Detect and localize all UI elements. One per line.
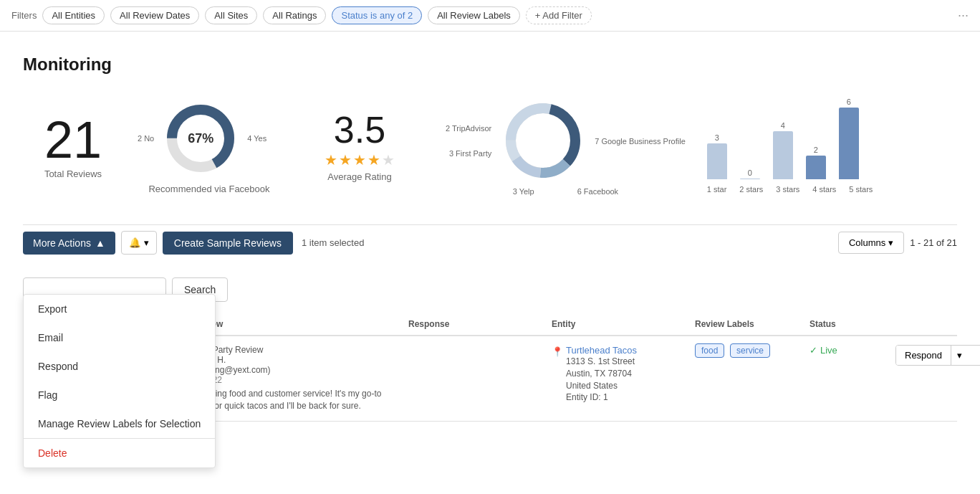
- dropdown-item-email[interactable]: Email: [24, 323, 215, 352]
- firstparty-legend: 3 First Party: [446, 148, 491, 161]
- row-action-cell: Respond ▾: [890, 345, 980, 366]
- col-labels[interactable]: Review Labels: [689, 319, 804, 329]
- label-service[interactable]: service: [730, 343, 770, 358]
- bar-chart-section: 3 0 4 2: [707, 100, 908, 194]
- create-sample-reviews-button[interactable]: Create Sample Reviews: [163, 232, 293, 255]
- avg-rating-number: 3.5: [302, 111, 417, 148]
- checkmark-icon: ✓: [810, 345, 817, 356]
- facebook-no-label: 2 No: [138, 134, 154, 143]
- review-date: 3/21/22: [193, 375, 397, 385]
- chevron-down-icon: ▾: [144, 237, 149, 248]
- total-reviews-number: 21: [23, 114, 123, 166]
- col-action: [890, 319, 980, 329]
- bar-label-1: 1 star: [707, 185, 727, 194]
- filter-chip-dates[interactable]: All Review Dates: [110, 6, 199, 24]
- action-bar: More Actions ▲ 🔔 ▾ Create Sample Reviews…: [23, 224, 957, 260]
- facebook-donut-label: Recommended via Facebook: [138, 184, 281, 194]
- fb-legend: 6 Facebook: [577, 187, 618, 196]
- bar-5star: 6: [839, 98, 859, 179]
- dropdown-item-flag[interactable]: Flag: [24, 381, 215, 409]
- stats-row: 21 Total Reviews 2 No 67%: [23, 98, 957, 196]
- row-review-cell: First Party Review Kristy H. (khuang@yex…: [188, 345, 403, 412]
- more-actions-dropdown: Export Email Respond Flag Manage Review …: [23, 294, 216, 433]
- respond-btn-group: Respond ▾: [895, 345, 980, 366]
- pagination-label: 1 - 21 of 21: [910, 237, 957, 248]
- bar-3star: 4: [773, 121, 793, 179]
- review-author: Kristy H.: [193, 355, 397, 365]
- notification-button[interactable]: 🔔 ▾: [121, 231, 157, 255]
- entity-address: 1313 S. 1st StreetAustin, TX 78704United…: [566, 356, 637, 391]
- chevron-up-icon: ▲: [95, 237, 105, 249]
- facebook-percentage: 67%: [188, 131, 213, 146]
- bar-label-4: 4 stars: [812, 185, 836, 194]
- bell-icon: 🔔: [129, 237, 141, 248]
- star-3: ★: [353, 151, 366, 168]
- row-labels-cell: food service: [689, 345, 804, 356]
- total-reviews-label: Total Reviews: [23, 168, 123, 179]
- status-live: ✓ Live: [810, 345, 884, 356]
- filter-bar: Filters All Entities All Review Dates Al…: [0, 0, 980, 32]
- total-reviews-stat: 21 Total Reviews: [23, 114, 123, 179]
- google-legend: 7 Google Business Profile: [595, 136, 686, 148]
- filter-chip-sites[interactable]: All Sites: [205, 6, 257, 24]
- review-body: Amazing food and customer service! It's …: [193, 388, 397, 412]
- entity-id: Entity ID: 1: [566, 391, 637, 404]
- star-5: ★: [382, 151, 395, 168]
- row-status-cell: ✓ Live: [804, 345, 890, 356]
- facebook-donut: 67%: [161, 99, 240, 178]
- filter-chip-entities[interactable]: All Entities: [42, 6, 105, 24]
- label-food[interactable]: food: [695, 343, 724, 358]
- avg-rating-label: Average Rating: [302, 171, 417, 182]
- columns-button[interactable]: Columns ▾: [838, 232, 904, 254]
- col-status[interactable]: Status: [804, 319, 890, 329]
- bar-label-2: 2 stars: [739, 185, 763, 194]
- platform-donut-section: 2 TripAdvisor 3 First Party: [446, 98, 686, 196]
- dropdown-item-manage-labels[interactable]: Manage Review Labels for Selection: [24, 409, 215, 433]
- tripadvisor-legend: 2 TripAdvisor: [446, 123, 491, 136]
- filter-chip-ratings[interactable]: All Ratings: [263, 6, 326, 24]
- entity-name-link[interactable]: Turtlehead Tacos: [566, 345, 637, 356]
- avg-rating-section: 3.5 ★ ★ ★ ★ ★ Average Rating: [302, 111, 417, 182]
- bar-label-3: 3 stars: [776, 185, 799, 194]
- filter-label: Filters: [11, 10, 37, 21]
- bar-1star: 3: [707, 133, 727, 179]
- yelp-legend: 3 Yelp: [513, 187, 534, 196]
- selected-count-label: 1 item selected: [302, 237, 364, 248]
- chevron-down-icon: ▾: [888, 237, 893, 248]
- page-title: Monitoring: [23, 54, 957, 75]
- filter-chip-status[interactable]: Status is any of 2: [332, 6, 422, 24]
- bar-4star: 2: [806, 146, 826, 179]
- col-response[interactable]: Response: [403, 319, 546, 329]
- bar-label-5: 5 stars: [849, 185, 873, 194]
- respond-button[interactable]: Respond: [896, 346, 951, 365]
- review-type: First Party Review: [193, 345, 397, 355]
- star-4: ★: [368, 151, 380, 168]
- more-actions-button[interactable]: More Actions ▲: [23, 232, 115, 255]
- add-filter-button[interactable]: + Add Filter: [526, 6, 592, 24]
- location-icon: 📍: [552, 346, 563, 357]
- review-email: (khuang@yext.com): [193, 365, 397, 375]
- col-entity[interactable]: Entity: [546, 319, 689, 329]
- facebook-yes-label: 4 Yes: [247, 134, 266, 143]
- col-review[interactable]: Review: [188, 319, 403, 329]
- row-entity-cell: 📍 Turtlehead Tacos 1313 S. 1st StreetAus…: [546, 345, 689, 404]
- star-2: ★: [339, 151, 352, 168]
- dropdown-item-respond[interactable]: Respond: [24, 352, 215, 381]
- star-1: ★: [325, 151, 337, 168]
- bar-2star: 0: [740, 168, 760, 179]
- main-content: Monitoring 21 Total Reviews 2 No: [0, 32, 980, 433]
- dropdown-item-export[interactable]: Export: [24, 295, 215, 323]
- overflow-menu-icon[interactable]: ···: [958, 8, 969, 23]
- filter-chip-labels[interactable]: All Review Labels: [428, 6, 520, 24]
- platform-donut-svg: [500, 98, 586, 184]
- facebook-donut-section: 2 No 67% 4 Yes Recommended via Face: [138, 99, 281, 194]
- respond-dropdown-arrow[interactable]: ▾: [951, 346, 968, 365]
- avg-rating-stars: ★ ★ ★ ★ ★: [302, 151, 417, 168]
